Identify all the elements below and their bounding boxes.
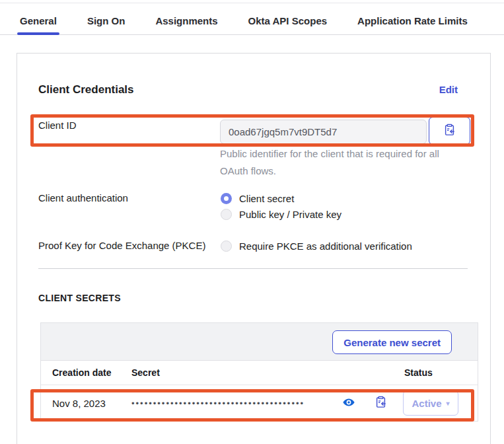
chevron-down-icon: ▾ — [447, 400, 450, 407]
header-secret: Secret — [131, 367, 404, 378]
auth-option-label: Client secret — [239, 193, 294, 204]
pkce-option: Require PKCE as additional verification — [221, 240, 412, 252]
client-secrets-table: Generate new secret Creation date Secret… — [40, 322, 478, 422]
generate-new-secret-button[interactable]: Generate new secret — [332, 330, 452, 354]
app-tabbar: General Sign On Assignments Okta API Sco… — [0, 3, 504, 35]
edit-link[interactable]: Edit — [439, 84, 458, 95]
reveal-secret-button[interactable] — [342, 396, 356, 410]
tab-general[interactable]: General — [18, 15, 58, 34]
table-row: Nov 8, 2023 ••••••••••••••••••••••••••••… — [41, 385, 478, 421]
radio-selected-icon[interactable] — [221, 193, 232, 204]
tab-sign-on[interactable]: Sign On — [86, 15, 127, 34]
table-header-row: Creation date Secret Status — [41, 361, 478, 385]
pkce-label: Proof Key for Code Exchange (PKCE) — [38, 240, 205, 251]
client-secrets-title: CLIENT SECRETS — [38, 293, 121, 303]
copy-client-id-button[interactable] — [429, 117, 470, 145]
pkce-checkbox[interactable] — [221, 240, 232, 252]
clipboard-copy-icon — [443, 124, 456, 138]
client-authentication-label: Client authentication — [38, 192, 128, 204]
pkce-option-label: Require PKCE as additional verification — [239, 240, 412, 252]
auth-option-label: Public key / Private key — [239, 209, 342, 220]
tab-okta-api-scopes[interactable]: Okta API Scopes — [247, 15, 329, 34]
eye-icon — [342, 396, 355, 411]
client-id-label: Client ID — [38, 120, 77, 131]
client-id-help-text: Public identifier for the client that is… — [220, 145, 452, 180]
clipboard-copy-icon — [375, 396, 387, 410]
section-title: Client Credentials — [38, 83, 134, 96]
tab-assignments[interactable]: Assignments — [154, 15, 219, 34]
okta-app-settings-screen: General Sign On Assignments Okta API Sco… — [0, 0, 504, 444]
header-status: Status — [404, 367, 478, 378]
masked-secret-value: •••••••••••••••••••••••••••••••••••••••• — [131, 398, 340, 408]
radio-unselected-icon[interactable] — [221, 209, 232, 220]
tab-application-rate-limits[interactable]: Application Rate Limits — [356, 15, 469, 34]
auth-option-public-private-key: Public key / Private key — [221, 208, 342, 220]
status-dropdown-button[interactable]: Active ▾ — [403, 390, 458, 416]
status-label: Active — [412, 398, 441, 409]
copy-secret-button[interactable] — [373, 396, 388, 410]
auth-option-client-secret: Client secret — [221, 192, 294, 204]
client-id-input[interactable] — [220, 120, 427, 144]
table-toolbar: Generate new secret — [41, 323, 478, 361]
header-creation-date: Creation date — [41, 367, 131, 378]
client-credentials-card: Client Credentials Edit Client ID Public… — [17, 53, 491, 444]
section-divider — [38, 268, 468, 269]
secret-creation-date: Nov 8, 2023 — [52, 398, 106, 409]
